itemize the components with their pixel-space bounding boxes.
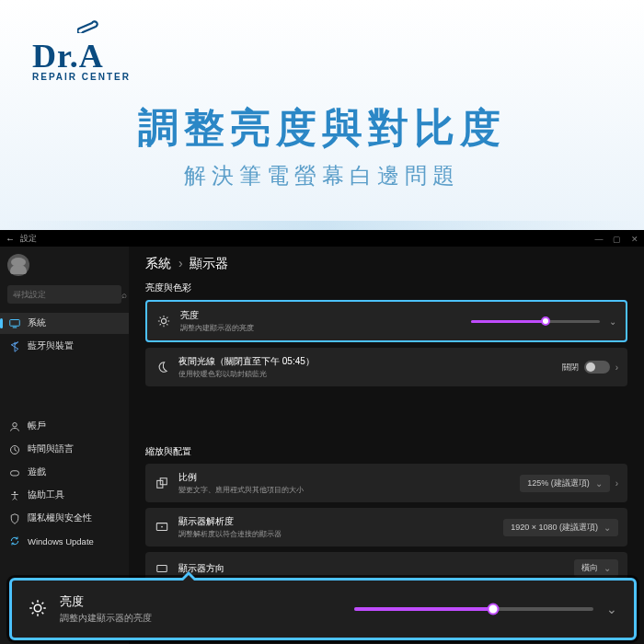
window-title: 設定 (20, 233, 37, 245)
gaming-icon (9, 467, 20, 478)
night-light-state-label: 關閉 (562, 362, 579, 374)
section-scale-layout: 縮放與配置 (145, 445, 627, 458)
resolution-title: 顯示器解析度 (178, 515, 494, 528)
resolution-icon (155, 521, 169, 534)
callout-sub: 調整內建顯示器的亮度 (60, 612, 341, 625)
resolution-sub: 調整解析度以符合連接的顯示器 (178, 529, 494, 539)
sidebar-item-label: 協助工具 (28, 489, 64, 501)
orientation-icon (155, 562, 169, 575)
orientation-title: 顯示器方向 (178, 562, 565, 575)
wrench-icon (77, 20, 101, 33)
chevron-right-icon: › (178, 256, 183, 270)
section-brightness-color: 亮度與色彩 (145, 282, 627, 294)
scale-card[interactable]: 比例 變更文字、應用程式與其他項目的大小 125% (建議選項) ⌄ › (145, 464, 627, 502)
svg-rect-8 (160, 478, 167, 485)
chevron-down-icon: ⌄ (595, 478, 603, 489)
bluetooth-icon (9, 341, 20, 352)
night-light-sub: 使用較暖色彩以助封鎖藍光 (178, 369, 553, 379)
headline: 調整亮度與對比度 解決筆電螢幕白邊問題 (0, 101, 644, 190)
sidebar-item-label: 時間與語言 (28, 443, 74, 455)
night-light-toggle[interactable] (584, 361, 610, 374)
sidebar-item-time-language[interactable]: 時間與語言 (0, 439, 129, 460)
scale-icon (155, 477, 169, 489)
svg-point-14 (34, 604, 41, 612)
breadcrumb-parent[interactable]: 系統 (145, 256, 171, 270)
breadcrumb-current: 顯示器 (190, 256, 228, 270)
scale-dropdown[interactable]: 125% (建議選項) ⌄ (520, 475, 610, 492)
window-titlebar: ← 設定 — ▢ ✕ (0, 230, 644, 247)
headline-title: 調整亮度與對比度 (0, 101, 644, 155)
svg-point-2 (13, 422, 17, 427)
chevron-down-icon[interactable]: ⌄ (609, 316, 616, 327)
sidebar-item-label: 遊戲 (28, 466, 46, 478)
windows-update-icon (9, 535, 20, 546)
brightness-icon (29, 599, 47, 619)
shield-icon (9, 513, 20, 524)
resolution-dropdown[interactable]: 1920 × 1080 (建議選項) ⌄ (503, 519, 618, 536)
time-language-icon (9, 444, 20, 455)
svg-point-5 (14, 491, 16, 493)
window-controls: — ▢ ✕ (587, 234, 638, 244)
scale-sub: 變更文字、應用程式與其他項目的大小 (178, 485, 511, 495)
sidebar-item-windows-update[interactable]: Windows Update (0, 531, 129, 551)
scale-value: 125% (建議選項) (527, 477, 590, 489)
resolution-value: 1920 × 1080 (建議選項) (511, 522, 598, 534)
brightness-sub: 調整內建顯示器的亮度 (180, 323, 462, 333)
sidebar-item-label: 系統 (28, 317, 46, 329)
sidebar-item-label: 隱私權與安全性 (28, 512, 92, 524)
resolution-card[interactable]: 顯示器解析度 調整解析度以符合連接的顯示器 1920 × 1080 (建議選項)… (145, 508, 627, 546)
sidebar-item-bluetooth[interactable]: 藍牙與裝置 (0, 336, 129, 357)
sidebar-item-privacy[interactable]: 隱私權與安全性 (0, 508, 129, 529)
maximize-button[interactable]: ▢ (613, 235, 621, 244)
brand-logo: Dr.A REPAIR CENTER (32, 37, 131, 82)
sidebar-item-label: 藍牙與裝置 (28, 340, 74, 352)
svg-rect-11 (157, 565, 167, 571)
sidebar-item-label: Windows Update (28, 536, 94, 546)
account-icon (9, 421, 20, 432)
chevron-down-icon[interactable]: ⌄ (606, 602, 617, 616)
sidebar-item-gaming[interactable]: 遊戲 (0, 462, 129, 483)
search-icon: ⌕ (121, 290, 127, 300)
svg-point-6 (161, 318, 166, 323)
user-avatar[interactable] (7, 254, 29, 276)
sidebar-item-label: 帳戶 (28, 420, 46, 432)
sidebar-item-system[interactable]: 系統 (0, 313, 129, 334)
sidebar-item-accessibility[interactable]: 協助工具 (0, 485, 129, 506)
scale-title: 比例 (178, 471, 511, 484)
callout-brightness-slider[interactable] (354, 607, 593, 611)
chevron-right-icon[interactable]: › (615, 478, 618, 489)
logo-text-a: A (79, 37, 104, 75)
headline-subtitle: 解決筆電螢幕白邊問題 (0, 161, 644, 190)
minimize-button[interactable]: — (594, 235, 603, 244)
night-light-icon (155, 361, 169, 374)
night-light-title: 夜間光線（關閉直至下午 05:45） (178, 355, 553, 368)
brightness-title: 亮度 (180, 309, 462, 322)
search-input[interactable]: ⌕ (7, 285, 121, 304)
night-light-card[interactable]: 夜間光線（關閉直至下午 05:45） 使用較暖色彩以助封鎖藍光 關閉 › (145, 348, 627, 386)
orientation-value: 橫向 (581, 562, 598, 574)
brightness-callout: 亮度 調整內建顯示器的亮度 ⌄ (9, 578, 637, 640)
brightness-card[interactable]: 亮度 調整內建顯示器的亮度 ⌄ (145, 300, 627, 342)
system-icon (9, 318, 20, 329)
chevron-down-icon: ⌄ (604, 563, 611, 573)
back-button[interactable]: ← (6, 234, 15, 244)
chevron-down-icon: ⌄ (604, 523, 611, 533)
chevron-right-icon[interactable]: › (615, 362, 618, 373)
svg-rect-4 (11, 470, 19, 475)
orientation-dropdown[interactable]: 橫向 ⌄ (574, 559, 618, 577)
svg-rect-0 (10, 319, 20, 326)
svg-point-10 (161, 526, 163, 528)
logo-text-dr: Dr. (32, 38, 79, 75)
settings-window: ← 設定 — ▢ ✕ ⌕ 系統 藍牙與裝置 (0, 230, 644, 644)
close-button[interactable]: ✕ (631, 235, 638, 244)
brightness-slider[interactable] (471, 320, 600, 323)
search-field[interactable] (13, 290, 116, 299)
sidebar-item-accounts[interactable]: 帳戶 (0, 416, 129, 437)
brightness-icon (156, 315, 171, 328)
svg-rect-1 (13, 327, 17, 328)
accessibility-icon (9, 490, 20, 501)
callout-title: 亮度 (60, 593, 341, 610)
breadcrumb: 系統 › 顯示器 (145, 256, 627, 272)
